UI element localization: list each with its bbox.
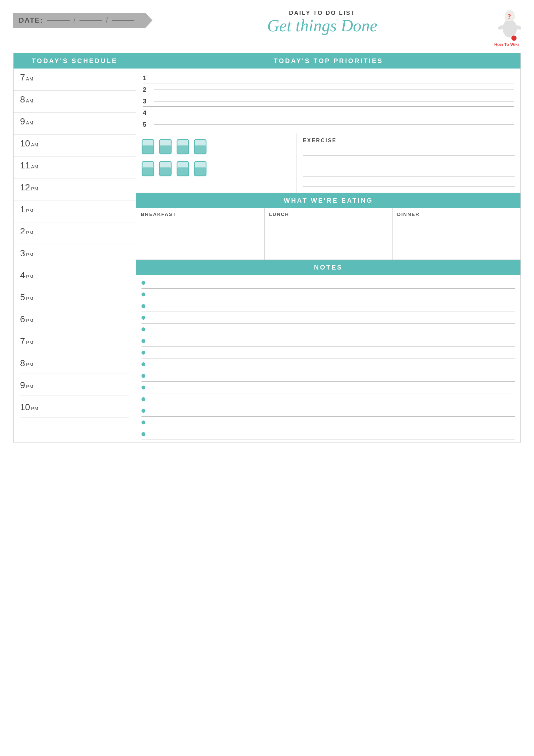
priority-row-5: 5 xyxy=(143,118,514,130)
slot-line-13 xyxy=(20,374,129,374)
note-bullet-4 xyxy=(141,316,145,320)
time-num-4: 11 xyxy=(20,160,30,171)
note-bullet-10 xyxy=(141,386,145,390)
note-line-3 xyxy=(149,306,515,306)
time-slot-11AM: 11 AM xyxy=(13,156,136,178)
time-label-7: 2 PM xyxy=(20,226,129,237)
time-label-5: 12 PM xyxy=(20,182,129,193)
priority-num-3: 3 xyxy=(143,97,149,105)
main-grid: TODAY'S SCHEDULE 7 AM 8 AM 9 AM 10 AM 11… xyxy=(13,53,521,443)
date-banner: DATE: / / xyxy=(13,13,152,28)
note-row-8 xyxy=(141,359,515,370)
schedule-column: TODAY'S SCHEDULE 7 AM 8 AM 9 AM 10 AM 11… xyxy=(13,53,136,442)
note-row-11 xyxy=(141,393,515,405)
slot-line-2 xyxy=(20,132,129,132)
glass-icon-4 xyxy=(193,138,207,156)
notes-header: NOTES xyxy=(136,260,521,275)
note-bullet-14 xyxy=(141,432,145,436)
slot-line-11 xyxy=(20,330,129,330)
water-section xyxy=(136,133,297,193)
time-label-3: 10 AM xyxy=(20,138,129,149)
note-line-1 xyxy=(149,283,515,283)
time-period-14: PM xyxy=(26,384,34,389)
priority-num-2: 2 xyxy=(143,86,149,94)
time-slot-7AM: 7 AM xyxy=(13,68,136,91)
time-period-3: AM xyxy=(31,142,38,148)
note-bullet-8 xyxy=(141,362,145,366)
date-line-3 xyxy=(112,20,134,21)
svg-rect-21 xyxy=(142,167,154,176)
time-period-13: PM xyxy=(26,362,34,367)
slot-line-4 xyxy=(20,176,129,176)
schedule-header: TODAY'S SCHEDULE xyxy=(13,53,136,68)
notes-body xyxy=(136,275,521,442)
time-period-1: AM xyxy=(26,98,34,103)
note-bullet-6 xyxy=(141,339,145,343)
glass-icon-8 xyxy=(193,160,207,178)
exercise-line-1 xyxy=(303,147,515,156)
time-label-12: 7 PM xyxy=(20,336,129,346)
time-label-9: 4 PM xyxy=(20,270,129,281)
eating-header: WHAT WE'RE EATING xyxy=(136,193,521,208)
exercise-line-2 xyxy=(303,157,515,166)
glass-icon-5 xyxy=(141,160,155,178)
exercise-line-4 xyxy=(303,178,515,187)
time-slot-12PM: 12 PM xyxy=(13,178,136,201)
time-period-15: PM xyxy=(31,406,38,411)
time-num-6: 1 xyxy=(20,204,25,215)
time-label-15: 10 PM xyxy=(20,402,129,413)
glass-icon-7 xyxy=(176,160,190,178)
time-num-10: 5 xyxy=(20,292,25,303)
time-slot-1PM: 1 PM xyxy=(13,201,136,222)
note-bullet-5 xyxy=(141,327,145,331)
note-line-2 xyxy=(149,294,515,294)
time-label-8: 3 PM xyxy=(20,248,129,258)
time-num-3: 10 xyxy=(20,138,30,149)
note-row-9 xyxy=(141,370,515,382)
slot-line-10 xyxy=(20,308,129,308)
time-slot-4PM: 4 PM xyxy=(13,266,136,288)
logo-label: How To Wiki xyxy=(494,42,519,47)
schedule-body: 7 AM 8 AM 9 AM 10 AM 11 AM 12 PM xyxy=(13,68,136,420)
slot-line-14 xyxy=(20,395,129,396)
slot-line-8 xyxy=(20,264,129,264)
slot-line-15 xyxy=(20,418,129,418)
note-line-4 xyxy=(149,317,515,318)
slot-line-6 xyxy=(20,220,129,220)
meal-lunch: LUNCH xyxy=(265,208,393,259)
glass-icon-3 xyxy=(176,138,190,156)
priority-num-1: 1 xyxy=(143,74,149,82)
time-period-10: PM xyxy=(26,296,34,301)
svg-rect-15 xyxy=(177,146,189,154)
time-period-2: AM xyxy=(26,120,34,125)
exercise-label: EXERCISE xyxy=(303,138,515,144)
svg-rect-30 xyxy=(194,167,206,176)
glass-icon-2 xyxy=(158,138,172,156)
svg-rect-9 xyxy=(142,146,154,154)
time-num-2: 9 xyxy=(20,116,25,127)
water-exercise-section: EXERCISE xyxy=(136,133,521,193)
note-row-5 xyxy=(141,324,515,335)
time-slot-6PM: 6 PM xyxy=(13,310,136,332)
glass-icon-6 xyxy=(158,160,172,178)
slot-line-5 xyxy=(20,198,129,198)
exercise-line-3 xyxy=(303,167,515,176)
date-label: DATE: xyxy=(19,16,43,25)
note-line-6 xyxy=(149,341,515,341)
time-label-4: 11 AM xyxy=(20,160,129,171)
note-bullet-3 xyxy=(141,304,145,308)
time-slot-9PM: 9 PM xyxy=(13,376,136,398)
time-label-10: 5 PM xyxy=(20,292,129,303)
date-line-1 xyxy=(47,20,70,21)
svg-point-7 xyxy=(511,36,517,41)
time-num-8: 3 xyxy=(20,248,25,258)
time-period-8: PM xyxy=(26,252,34,257)
time-period-7: PM xyxy=(26,230,34,235)
time-period-4: AM xyxy=(31,164,38,169)
breakfast-label: BREAKFAST xyxy=(141,211,260,217)
time-num-11: 6 xyxy=(20,314,25,325)
time-num-7: 2 xyxy=(20,226,25,237)
svg-rect-12 xyxy=(160,146,171,154)
note-line-9 xyxy=(149,376,515,376)
note-row-2 xyxy=(141,289,515,300)
